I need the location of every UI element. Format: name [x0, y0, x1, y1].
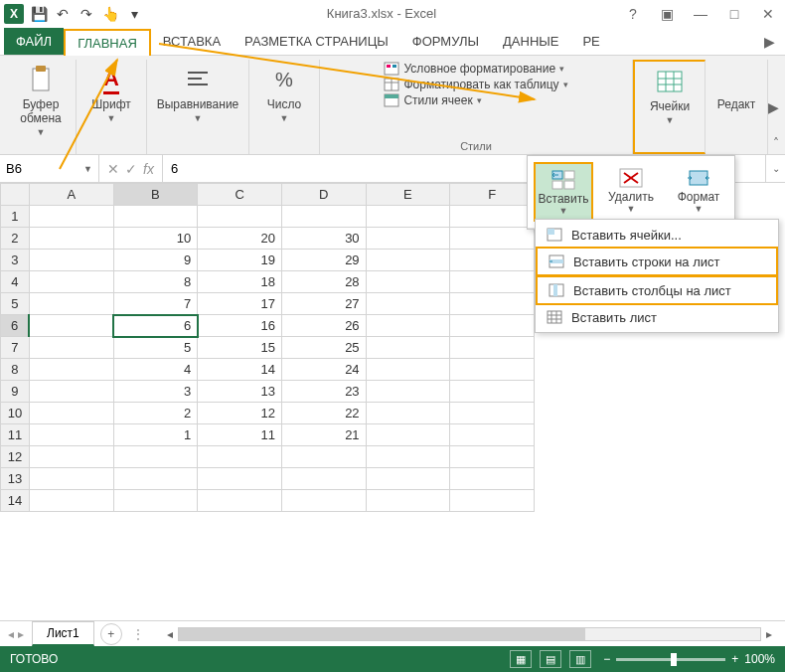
fx-icon[interactable]: fx: [143, 161, 154, 177]
menu-insert-columns[interactable]: Вставить столбцы на лист: [536, 275, 778, 305]
cell[interactable]: 3: [113, 381, 198, 403]
conditional-formatting-button[interactable]: Условное форматирование▾: [384, 62, 567, 76]
cell[interactable]: [450, 359, 535, 381]
cell[interactable]: [29, 359, 113, 381]
cell[interactable]: [366, 228, 450, 250]
cell[interactable]: [450, 446, 535, 468]
cell[interactable]: 10: [113, 228, 198, 250]
cell[interactable]: 11: [198, 424, 282, 446]
cell[interactable]: 26: [281, 315, 366, 337]
row-header[interactable]: 10: [1, 403, 30, 424]
zoom-slider[interactable]: [616, 658, 725, 661]
cell[interactable]: [29, 271, 113, 293]
row-header[interactable]: 14: [1, 490, 30, 512]
collapse-ribbon-icon[interactable]: ˄: [773, 136, 779, 150]
column-header[interactable]: F: [450, 184, 535, 206]
normal-view-icon[interactable]: ▦: [510, 650, 532, 668]
cell[interactable]: [281, 468, 366, 490]
format-cells-button[interactable]: Формат ▼: [669, 162, 728, 222]
scroll-thumb[interactable]: [179, 628, 586, 640]
cell[interactable]: 9: [113, 250, 198, 271]
cell[interactable]: 18: [198, 271, 282, 293]
cell[interactable]: [366, 490, 450, 512]
cancel-formula-icon[interactable]: ✕: [107, 161, 119, 177]
sheet-tab[interactable]: Лист1: [32, 621, 94, 646]
cell[interactable]: [366, 250, 450, 271]
cell[interactable]: [450, 337, 535, 359]
cell[interactable]: [198, 490, 282, 512]
tab-insert[interactable]: ВСТАВКА: [151, 28, 233, 55]
page-break-view-icon[interactable]: ▥: [569, 650, 591, 668]
cell[interactable]: [450, 424, 535, 446]
cell[interactable]: [29, 403, 113, 424]
cell[interactable]: [366, 359, 450, 381]
row-header[interactable]: 6: [1, 315, 30, 337]
cell[interactable]: [366, 271, 450, 293]
touch-mode-icon[interactable]: 👆: [101, 5, 119, 23]
cell[interactable]: 13: [198, 381, 282, 403]
cell[interactable]: [113, 490, 198, 512]
cell[interactable]: 16: [198, 315, 282, 337]
add-sheet-button[interactable]: +: [100, 623, 122, 645]
row-header[interactable]: 3: [1, 250, 30, 271]
cell[interactable]: [450, 403, 535, 424]
cell[interactable]: [450, 250, 535, 271]
row-header[interactable]: 7: [1, 337, 30, 359]
minimize-icon[interactable]: —: [688, 6, 713, 22]
cell[interactable]: [29, 337, 113, 359]
cell-styles-button[interactable]: Стили ячеек▾: [384, 93, 567, 107]
editing-button[interactable]: Редакт: [711, 60, 761, 115]
column-header[interactable]: A: [29, 184, 113, 206]
cell[interactable]: [113, 468, 198, 490]
cell[interactable]: [29, 490, 113, 512]
cell[interactable]: [366, 315, 450, 337]
delete-cells-button[interactable]: Удалить ▼: [601, 162, 661, 222]
cell[interactable]: [29, 446, 113, 468]
cell[interactable]: [113, 446, 198, 468]
cell[interactable]: 14: [198, 359, 282, 381]
cell[interactable]: 21: [281, 424, 366, 446]
column-header[interactable]: B: [113, 184, 198, 206]
column-header[interactable]: D: [281, 184, 366, 206]
cell[interactable]: [366, 468, 450, 490]
cell[interactable]: [29, 206, 113, 228]
cell[interactable]: [29, 468, 113, 490]
name-box[interactable]: B6 ▼: [0, 155, 99, 182]
row-header[interactable]: 8: [1, 359, 30, 381]
expand-formula-bar-icon[interactable]: ⌄: [765, 155, 785, 182]
cell[interactable]: [450, 228, 535, 250]
insert-cells-button[interactable]: Вставить ▼: [534, 162, 593, 222]
scroll-track[interactable]: [178, 627, 761, 641]
cell[interactable]: [29, 424, 113, 446]
cell[interactable]: [281, 446, 366, 468]
cell[interactable]: [281, 206, 366, 228]
cell[interactable]: 5: [113, 337, 198, 359]
sheet-nav-first-icon[interactable]: ◂: [8, 627, 14, 641]
cell[interactable]: [29, 228, 113, 250]
cell[interactable]: 23: [281, 381, 366, 403]
cell[interactable]: [366, 381, 450, 403]
format-as-table-button[interactable]: Форматировать как таблицу▾: [384, 78, 567, 91]
spreadsheet-grid[interactable]: ABCDEF 121020303919294818285717276616267…: [0, 183, 535, 512]
cell[interactable]: [29, 250, 113, 271]
cell[interactable]: [450, 381, 535, 403]
cell[interactable]: [29, 315, 113, 337]
menu-insert-rows[interactable]: Вставить строки на лист: [536, 247, 778, 276]
menu-insert-cells[interactable]: Вставить ячейки...: [536, 222, 778, 248]
row-header[interactable]: 12: [1, 446, 30, 468]
row-header[interactable]: 4: [1, 271, 30, 293]
cell[interactable]: [29, 381, 113, 403]
tab-page-layout[interactable]: РАЗМЕТКА СТРАНИЦЫ: [233, 28, 400, 55]
cell[interactable]: 7: [113, 293, 198, 315]
zoom-knob[interactable]: [671, 653, 677, 666]
redo-icon[interactable]: ↷: [78, 5, 95, 23]
cell[interactable]: [366, 446, 450, 468]
undo-icon[interactable]: ↶: [54, 5, 72, 23]
row-header[interactable]: 2: [1, 228, 30, 250]
font-button[interactable]: A Шрифт ▼: [82, 60, 140, 127]
tab-formulas[interactable]: ФОРМУЛЫ: [400, 28, 491, 55]
cell[interactable]: 1: [113, 424, 198, 446]
cell[interactable]: [366, 424, 450, 446]
zoom-value[interactable]: 100%: [744, 652, 775, 666]
tabs-scroll-right-icon[interactable]: ▶: [754, 28, 785, 55]
